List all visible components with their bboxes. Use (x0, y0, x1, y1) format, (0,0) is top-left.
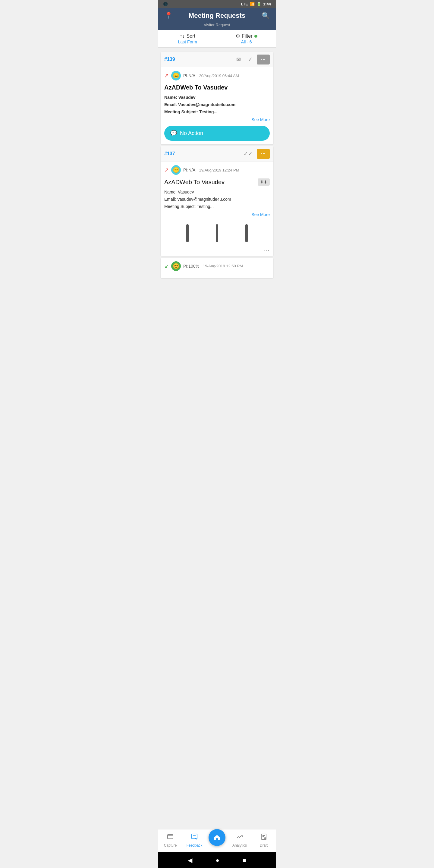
header-top: 📍 Meeting Requests 🔍 (163, 12, 271, 23)
android-nav: ◀ ● ■ (158, 852, 276, 868)
battery-icon: 🔋 (256, 2, 261, 6)
card-137-id: #137 (164, 151, 241, 156)
card-137-body: ↗ 😐 PI:N/A 19/Aug/2019 12:24 PM AzADWeb … (161, 161, 273, 220)
card-139-meta: ↗ 😐 PI:N/A 20/Aug/2019 06:44 AM (164, 71, 270, 81)
external-link-icon[interactable]: ↗ (164, 72, 169, 79)
pi-label-139: PI:N/A (183, 73, 195, 78)
nav-draft[interactable]: Draft (252, 832, 276, 849)
home-button[interactable]: ● (216, 857, 219, 864)
pi-label-partial: PI:100% (183, 264, 199, 269)
email-icon[interactable]: ✉ (233, 54, 244, 64)
filter-sub: All - 6 (241, 39, 252, 44)
card-137-actions: ✓✓ ··· (241, 149, 270, 159)
external-link-icon-partial[interactable]: ↙ (164, 263, 169, 270)
scroll-indicators (161, 221, 273, 246)
filter-icon: ⚙ (236, 33, 240, 39)
nav-feedback[interactable]: Feedback (182, 832, 207, 849)
card-139-title: AzADWeb To Vasudev (164, 84, 270, 91)
card-137-header: #137 ✓✓ ··· (161, 146, 273, 161)
more-menu-button-139[interactable]: ··· (257, 55, 270, 64)
status-bar: 🌑 LTE 📶 🔋 1:44 (158, 0, 276, 8)
svg-rect-8 (216, 837, 218, 838)
card-139-date: 20/Aug/2019 06:44 AM (199, 73, 239, 78)
card-137-date: 19/Aug/2019 12:24 PM (199, 168, 239, 173)
feedback-label: Feedback (187, 843, 203, 847)
card-137-info: Name: Vasudev Email: Vasudev@magnitude4u… (164, 189, 270, 210)
expand-icon-137[interactable]: ⬇⬇ (258, 179, 270, 186)
card-139-id: #139 (164, 57, 233, 62)
main-content: #139 ✉ ✓ ··· ↗ 😐 PI:N/A 20/Aug/2019 06:4… (158, 48, 276, 829)
center-home-button[interactable] (209, 829, 225, 846)
card-139-actions: ✉ ✓ ··· (233, 54, 270, 64)
status-left: 🌑 (163, 2, 168, 6)
card-partial-meta: ↙ 😊 PI:100% 19/Aug/2019 12:50 PM (164, 261, 270, 271)
sort-section[interactable]: ↑↓ Sort Last Form (158, 30, 217, 47)
avatar-139: 😐 (171, 71, 181, 81)
sort-sub: Last Form (178, 39, 197, 44)
card-partial-body: ↙ 😊 PI:100% 19/Aug/2019 12:50 PM (161, 258, 273, 278)
filter-dot (254, 35, 257, 38)
filter-section[interactable]: ⚙ Filter All - 6 (217, 30, 276, 47)
card-partial-date: 19/Aug/2019 12:50 PM (203, 264, 243, 268)
card-137: #137 ✓✓ ··· ↗ 😐 PI:N/A 19/Aug/2019 12:24… (161, 146, 273, 255)
chat-icon: 💬 (170, 130, 177, 136)
sort-label: ↑↓ Sort (180, 33, 195, 39)
avatar-partial: 😊 (171, 261, 181, 271)
moon-icon: 🌑 (163, 2, 168, 6)
card-139: #139 ✉ ✓ ··· ↗ 😐 PI:N/A 20/Aug/2019 06:4… (161, 52, 273, 144)
card-139-body: ↗ 😐 PI:N/A 20/Aug/2019 06:44 AM AzADWeb … (161, 67, 273, 144)
analytics-icon (236, 833, 243, 842)
page-title: Meeting Requests (174, 12, 260, 20)
time-display: 1:44 (263, 2, 271, 6)
svg-rect-0 (167, 835, 173, 839)
double-check-icon[interactable]: ✓✓ (241, 149, 255, 159)
svg-rect-4 (192, 834, 197, 839)
draft-label: Draft (260, 843, 268, 847)
nav-center[interactable] (207, 832, 227, 849)
scroll-dot-2 (216, 224, 218, 242)
card-137-more-dots[interactable]: ··· (161, 246, 273, 256)
card-137-title-row: AzADWeb To Vasudev ⬇⬇ (164, 179, 270, 186)
location-icon[interactable]: 📍 (163, 12, 174, 20)
more-menu-button-137[interactable]: ··· (257, 149, 270, 159)
status-right: LTE 📶 🔋 1:44 (241, 2, 271, 6)
card-partial: ↙ 😊 PI:100% 19/Aug/2019 12:50 PM (161, 258, 273, 278)
sort-icon: ↑↓ (180, 33, 185, 39)
draft-icon (260, 833, 267, 842)
pi-label-137: PI:N/A (183, 167, 195, 173)
header: 📍 Meeting Requests 🔍 Visitor Request (158, 8, 276, 30)
signal-icon: 📶 (250, 2, 255, 6)
card-137-meta: ↗ 😐 PI:N/A 19/Aug/2019 12:24 PM (164, 165, 270, 175)
sort-filter-bar: ↑↓ Sort Last Form ⚙ Filter All - 6 (158, 30, 276, 48)
capture-label: Capture (164, 843, 177, 847)
see-more-139[interactable]: See More (164, 117, 270, 122)
analytics-label: Analytics (232, 843, 247, 847)
filter-label: ⚙ Filter (236, 33, 257, 39)
lte-icon: LTE (241, 2, 248, 6)
scroll-dot-1 (186, 224, 189, 242)
card-139-info: Name: Vasudev Email: Vasudev@magnitude4u… (164, 94, 270, 116)
no-action-label: No Action (180, 130, 203, 136)
capture-icon (167, 833, 174, 842)
check-icon[interactable]: ✓ (245, 54, 255, 64)
no-action-button-139[interactable]: 💬 No Action (164, 126, 270, 141)
filter-text: Filter (242, 33, 253, 39)
search-icon[interactable]: 🔍 (260, 12, 271, 20)
sort-text: Sort (187, 33, 195, 39)
bottom-nav: Capture Feedback A (158, 829, 276, 852)
card-137-title: AzADWeb To Vasudev (164, 179, 224, 186)
card-139-header: #139 ✉ ✓ ··· (161, 52, 273, 67)
feedback-icon (191, 833, 198, 842)
avatar-137: 😐 (171, 165, 181, 175)
nav-analytics[interactable]: Analytics (227, 832, 252, 849)
header-subtitle: Visitor Request (163, 23, 271, 30)
external-link-icon-137[interactable]: ↗ (164, 167, 169, 173)
recent-button[interactable]: ■ (242, 857, 246, 864)
scroll-dot-3 (245, 224, 248, 242)
nav-capture[interactable]: Capture (158, 832, 182, 849)
see-more-137[interactable]: See More (164, 212, 270, 217)
back-button[interactable]: ◀ (188, 857, 192, 864)
